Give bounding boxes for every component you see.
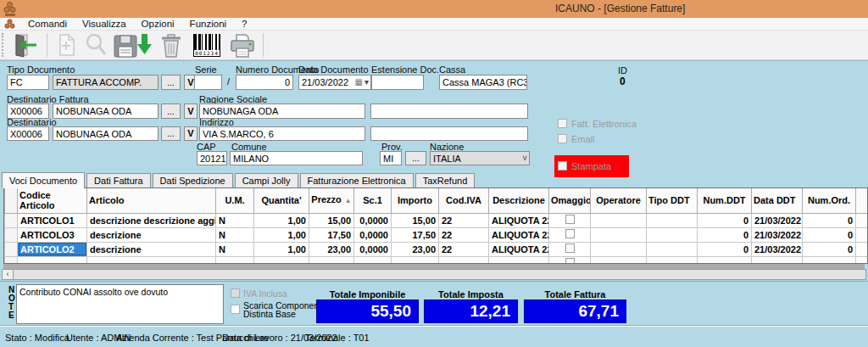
row-gutter[interactable]: [5, 242, 18, 256]
omaggio-checkbox[interactable]: [565, 243, 575, 253]
cell-importo[interactable]: 17,50: [392, 227, 439, 242]
col-num-ddt[interactable]: Num.DDT: [698, 188, 752, 213]
cell-codice-selected[interactable]: ARTICOLO2: [18, 242, 87, 256]
cell-um[interactable]: N: [216, 213, 254, 227]
estensione-field[interactable]: [371, 75, 424, 90]
cell-empty[interactable]: [752, 256, 803, 264]
cell-omaggio[interactable]: [549, 242, 591, 256]
date-dropdown-icon[interactable]: ▾: [364, 78, 369, 87]
cell-data-ddt[interactable]: 21/03/2022: [752, 227, 803, 242]
toolbar-grip[interactable]: [2, 33, 6, 57]
note-textarea[interactable]: Contributo CONAI assolto ove dovuto: [16, 284, 224, 324]
tab-taxrefund[interactable]: TaxRefund: [415, 173, 476, 188]
col-quantita[interactable]: Quantita': [254, 188, 309, 213]
cell-empty[interactable]: [87, 256, 216, 264]
cell-articolo[interactable]: descrizione descrizione aggiuntiva: [87, 213, 216, 227]
cell-codice[interactable]: ARTICOLO1: [18, 213, 87, 227]
cell-u[interactable]: [856, 213, 868, 227]
print-button[interactable]: [225, 31, 259, 59]
destinatario-browse-button[interactable]: ...: [161, 126, 181, 141]
cell-u[interactable]: [856, 242, 868, 256]
cell-descrizione[interactable]: ALIQUOTA 22%: [489, 242, 549, 256]
menu-item-comandi[interactable]: Comandi: [20, 19, 75, 29]
row-gutter[interactable]: [5, 256, 18, 264]
omaggio-checkbox[interactable]: [565, 258, 575, 264]
cell-omaggio[interactable]: [549, 213, 591, 227]
calendar-icon[interactable]: ▦: [355, 78, 363, 87]
col-articolo[interactable]: Articolo: [87, 188, 216, 213]
cell-codice[interactable]: ARTICOLO3: [18, 227, 87, 242]
delete-button[interactable]: [154, 31, 188, 59]
cell-omaggio[interactable]: [549, 227, 591, 242]
destinatario-fattura-browse-button[interactable]: ...: [161, 104, 181, 119]
tab-dati-fattura[interactable]: Dati Fattura: [86, 173, 150, 188]
cell-empty[interactable]: [698, 256, 752, 264]
cell-data-ddt[interactable]: 21/03/2022: [752, 242, 803, 256]
search-button[interactable]: [81, 31, 110, 59]
cell-empty[interactable]: [439, 256, 489, 264]
cell-num-ord[interactable]: 0: [803, 213, 856, 227]
cell-num-ddt[interactable]: 0: [698, 213, 752, 227]
cell-empty[interactable]: [591, 256, 647, 264]
cell-u[interactable]: [856, 227, 868, 242]
cell-um[interactable]: N: [216, 242, 254, 256]
cell-empty[interactable]: [392, 256, 439, 264]
new-document-button[interactable]: [51, 31, 81, 59]
row-gutter[interactable]: [5, 227, 18, 242]
indirizzo-extra-field[interactable]: [370, 126, 528, 141]
save-button[interactable]: [110, 31, 154, 59]
col-data-ddt[interactable]: Data DDT: [752, 188, 803, 213]
cell-tipo-ddt[interactable]: [647, 227, 698, 242]
col-prezzo[interactable]: Prezzo▲: [309, 188, 354, 213]
cell-cod-iva[interactable]: 22: [439, 227, 489, 242]
destinatario-fattura-confirm-button[interactable]: V: [184, 104, 198, 119]
omaggio-checkbox[interactable]: [565, 215, 575, 224]
cell-cod-iva[interactable]: 22: [439, 242, 489, 256]
col-descrizione[interactable]: Descrizione: [489, 188, 549, 213]
col-importo[interactable]: Importo: [392, 188, 439, 213]
cell-empty[interactable]: [354, 256, 392, 264]
cell-um[interactable]: N: [216, 227, 254, 242]
cell-num-ddt[interactable]: 0: [698, 227, 752, 242]
comune-browse-button[interactable]: ...: [405, 151, 426, 165]
col-operatore[interactable]: Operatore: [591, 188, 647, 213]
cell-quantita[interactable]: 1,00: [254, 227, 309, 242]
tab-voci-documento[interactable]: Voci Documento: [2, 172, 85, 188]
cell-quantita[interactable]: 1,00: [254, 242, 309, 256]
cell-empty[interactable]: [18, 256, 87, 264]
data-documento-field[interactable]: 21/03/2022 ▦ ▾: [298, 75, 371, 90]
cell-tipo-ddt[interactable]: [647, 213, 698, 227]
cell-prezzo[interactable]: 23,00: [309, 242, 354, 256]
menu-item-funzioni[interactable]: Funzioni: [182, 19, 234, 29]
destinatario-desc-field[interactable]: NOBUNAGA ODA: [53, 126, 159, 141]
exit-button[interactable]: [8, 31, 43, 59]
tab-campi-jolly[interactable]: Campi Jolly: [235, 173, 298, 188]
destinatario-confirm-button[interactable]: V: [184, 126, 198, 141]
cell-empty[interactable]: [647, 256, 698, 264]
cell-operatore[interactable]: [591, 213, 647, 227]
row-gutter[interactable]: [5, 213, 18, 227]
numero-documento-field[interactable]: 0: [236, 75, 293, 90]
col-cod-iva[interactable]: Cod.IVA: [439, 188, 489, 213]
cell-num-ord[interactable]: 0: [803, 242, 856, 256]
ragione-sociale-extra-field[interactable]: [370, 104, 528, 119]
col-omaggio[interactable]: Omaggio: [549, 188, 591, 213]
cell-empty[interactable]: [803, 256, 856, 264]
cell-data-ddt[interactable]: 21/03/2022: [752, 213, 803, 227]
col-um[interactable]: U.M.: [216, 188, 254, 213]
cell-num-ddt[interactable]: 0: [698, 242, 752, 256]
cell-empty[interactable]: [489, 256, 549, 264]
scroll-left-icon[interactable]: ‹: [3, 270, 14, 279]
menu-item-help[interactable]: ?: [234, 19, 254, 29]
cap-field[interactable]: 20121: [197, 151, 227, 165]
cell-empty[interactable]: [254, 256, 309, 264]
serie-field[interactable]: [194, 75, 222, 90]
cell-sc1[interactable]: 0,0000: [354, 242, 392, 256]
cell-descrizione[interactable]: ALIQUOTA 22%: [489, 227, 549, 242]
tipo-documento-browse-button[interactable]: ...: [161, 75, 181, 90]
horizontal-scrollbar[interactable]: ‹: [2, 269, 866, 280]
col-num-ord[interactable]: Num.Ord.: [803, 188, 856, 213]
cell-omaggio[interactable]: [549, 256, 591, 264]
tab-dati-spedizione[interactable]: Dati Spedizione: [153, 173, 233, 188]
comune-field[interactable]: MILANO: [230, 151, 363, 165]
